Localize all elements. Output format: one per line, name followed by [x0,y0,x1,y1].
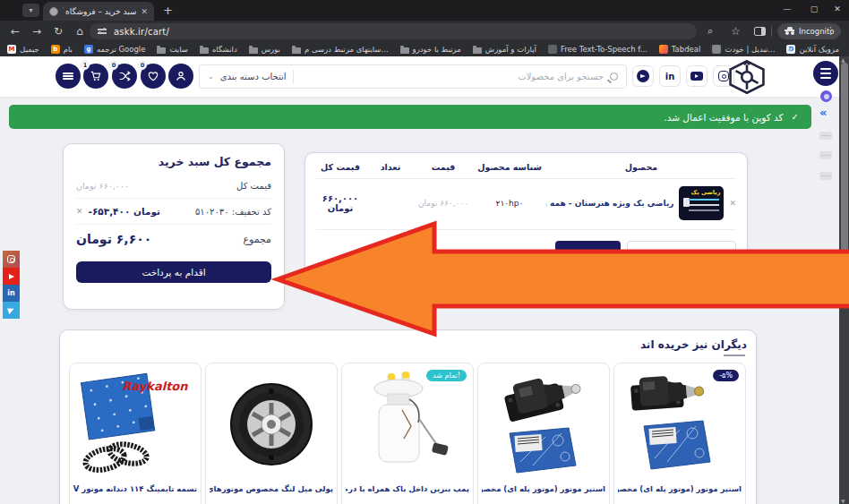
telegram-button[interactable] [632,65,654,87]
new-tab-button[interactable]: + [163,4,173,17]
address-bar[interactable]: askk.ir/cart/ [90,23,697,39]
remove-item-icon[interactable]: ✕ [729,199,736,208]
tab-favicon [49,7,58,16]
product-title[interactable]: استپر موتور (موتور پله ای) مخصوص موتورها… [482,484,605,493]
bookmark-tts[interactable]: Free Text-To-Speech f... [548,45,647,54]
folder-icon [200,47,209,54]
product-title[interactable]: پمپ بنزین داخل باک همراه با درجه - مخصوص [346,484,469,493]
page-scrollbar[interactable]: ▲ ▼ [839,56,849,504]
cart-button[interactable]: 1 [83,64,108,89]
search-input[interactable] [300,72,604,81]
folder-icon [473,47,482,54]
cart-count-badge: 1 [81,61,90,70]
bookmark-translate[interactable]: gترجمه Google [84,45,145,54]
scroll-up-icon[interactable]: ▲ [841,56,845,63]
window-minimize-button[interactable]: — [776,0,799,18]
tab-title: سبد خرید – فروشگاه آنلاین لوازم یدک… [63,7,136,16]
cart-summary-panel: مجموع کل سبد خرید قیمت کل ۶۶۰,۰۰۰ تومان … [63,143,285,310]
bookmark-folder-aparat[interactable]: آپارات و آموزش [473,45,536,54]
rail-placeholder-icon [819,172,832,180]
zoom-icon[interactable]: ⌕ [708,24,713,38]
product-title[interactable]: استپر موتور (موتور پله ای) مخصوص موتور X… [618,484,742,493]
menu-button[interactable] [56,64,81,89]
search-bar: انتخاب دسته بندی ⌄ [199,64,627,89]
floating-menu-button[interactable] [813,61,838,86]
product-card-pulley[interactable]: پولی میل لنگ مخصوص موتورهای XUV , XUVP [205,363,338,504]
folder-icon [249,47,258,54]
linkedin-button[interactable]: in [659,65,681,87]
telegram-icon [637,70,649,82]
forward-icon[interactable]: → [29,24,45,38]
coupon-input[interactable] [627,241,736,264]
bookmark-folder-site[interactable]: سایت [157,45,187,54]
bookmark-tabdeal[interactable]: Tabdeal [659,45,701,54]
chat-widget-icon[interactable] [820,90,832,102]
cart-table-header: محصول شناسه محصول قیمت تعداد قیمت کل [316,162,736,179]
instagram-rail-button[interactable] [3,251,20,268]
social-rail: in [3,251,20,319]
bookmarks-overflow-icon[interactable]: » [786,45,792,55]
browser-menu-icon[interactable]: ⋮ [826,24,836,38]
remove-discount-icon[interactable]: ✕ [76,207,83,216]
window-maximize-button[interactable]: ▢ [802,0,826,18]
product-title[interactable]: تسمه تایمینگ ۱۱۴ دندانه موتور XUV [73,484,197,493]
tab-search-chevron-icon[interactable]: ▾ [22,4,39,17]
product-price: ۶۶۰,۰۰۰ تومان [414,199,473,208]
youtube-button[interactable] [686,65,708,87]
chevron-down-icon: ⌄ [208,73,214,81]
product-name[interactable]: ریاضی یک ویژه هنرستان - همه پودمانها (در… [546,199,673,208]
compare-button[interactable]: 0 [112,64,137,89]
tab-close-icon[interactable]: ✕ [141,7,148,16]
product-id: ۲۱۰hp۰ [473,199,546,208]
product-title[interactable]: پولی میل لنگ مخصوص موتورهای XUV , XUVP [210,484,333,493]
discount-badge: -۵% [713,370,739,381]
browser-window: ▾ سبد خرید – فروشگاه آنلاین لوازم یدک… ✕… [0,0,849,504]
search-icon[interactable] [610,73,618,81]
account-button[interactable] [168,64,193,89]
apply-coupon-button[interactable]: اعمال تخفیف [555,241,621,264]
product-card-timing-belt[interactable]: Raykalton تسمه تایمینگ ۱۱۴ دندانه موتور … [69,363,202,504]
linkedin-rail-button[interactable]: in [3,285,20,302]
bookmark-mezvik[interactable]: Dمزویک آنلاین [786,45,839,54]
collapse-rail-icon[interactable]: « [819,106,827,119]
checkout-button[interactable]: اقدام به پرداخت [76,261,271,283]
home-icon[interactable]: ⌂ [72,24,88,38]
bookmarks-bar: Mجیمیل bبام gترجمه Google سایت دانشگاه ب… [0,42,849,56]
bookmark-folder-bourse[interactable]: بورس [249,45,280,54]
scrollbar-thumb[interactable] [841,63,848,270]
product-card-stepper-1[interactable]: استپر موتور (موتور پله ای) مخصوص موتورها… [477,363,610,504]
cart-table-panel: محصول شناسه محصول قیمت تعداد قیمت کل ✕ ر… [304,152,748,286]
bookmark-folder-lessons[interactable]: سایتهای مرتبط درسی م... [292,45,389,54]
product-card-fuel-pump[interactable]: تمام شد! پمپ بنزین داخل ب [341,363,474,504]
bookmark-gmail[interactable]: Mجیمیل [7,45,39,54]
summary-discount-row: کد تخفیف: ۵۱۰۲۰۳۰ ✕ -۶۵۳,۴۰۰ تومان [76,199,271,225]
window-close-button[interactable]: ✕ [826,0,849,18]
browser-tab[interactable]: سبد خرید – فروشگاه آنلاین لوازم یدک… ✕ [43,2,154,21]
check-icon: ✓ [792,112,799,122]
bookmark-tabdil[interactable]: تبدیل | خودت... [712,45,775,54]
youtube-rail-button[interactable] [3,268,20,285]
site-logo[interactable] [725,59,768,98]
scroll-down-icon[interactable]: ▼ [841,498,845,504]
summary-total-row: قیمت کل ۶۶۰,۰۰۰ تومان [76,174,271,199]
bookmark-star-icon[interactable]: ☆ [731,24,741,38]
bookmark-folder-cars[interactable]: مرتبط با خودرو [400,45,461,54]
wishlist-button[interactable]: 0 [141,64,166,89]
back-icon[interactable]: ← [7,24,23,38]
sold-out-badge: تمام شد! [426,370,467,381]
rail-placeholder-icon [819,151,832,159]
bookmark-folder-university[interactable]: دانشگاه [200,45,237,54]
side-panel-icon[interactable] [754,27,766,36]
product-card-stepper-2[interactable]: -۵% [613,363,746,504]
reload-icon[interactable]: ↻ [50,24,66,38]
product-thumbnail[interactable]: ریاضی یک [679,186,724,220]
bookmark-bam[interactable]: bبام [51,45,73,54]
url-text[interactable]: askk.ir/cart/ [114,27,169,37]
folder-icon [292,47,301,54]
summary-sum-row: مجموع ۶,۶۰۰ تومان [76,225,271,253]
telegram-rail-button[interactable] [3,302,20,319]
title-underline [724,355,745,356]
total-price-value: ۶۶۰,۰۰۰ تومان [76,181,129,191]
site-info-icon[interactable] [98,28,107,35]
category-select[interactable]: انتخاب دسته بندی [220,72,287,81]
